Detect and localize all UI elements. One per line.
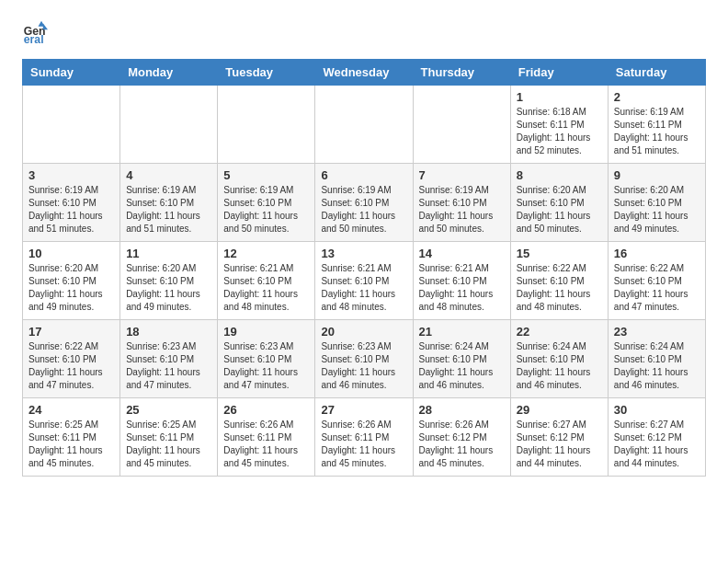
day-info: Sunrise: 6:18 AM Sunset: 6:11 PM Dayligh… bbox=[517, 106, 602, 157]
day-number: 28 bbox=[419, 403, 505, 417]
day-cell-24: 24Sunrise: 6:25 AM Sunset: 6:11 PM Dayli… bbox=[23, 398, 120, 477]
day-cell-30: 30Sunrise: 6:27 AM Sunset: 6:12 PM Dayli… bbox=[608, 398, 705, 477]
day-info: Sunrise: 6:25 AM Sunset: 6:11 PM Dayligh… bbox=[126, 419, 211, 470]
day-cell-23: 23Sunrise: 6:24 AM Sunset: 6:10 PM Dayli… bbox=[608, 320, 705, 398]
day-info: Sunrise: 6:20 AM Sunset: 6:10 PM Dayligh… bbox=[28, 262, 114, 314]
day-number: 23 bbox=[614, 325, 700, 339]
day-cell-7: 7Sunrise: 6:19 AM Sunset: 6:10 PM Daylig… bbox=[413, 164, 510, 242]
day-info: Sunrise: 6:20 AM Sunset: 6:10 PM Dayligh… bbox=[614, 184, 700, 236]
day-cell-12: 12Sunrise: 6:21 AM Sunset: 6:10 PM Dayli… bbox=[218, 242, 315, 320]
day-cell-17: 17Sunrise: 6:22 AM Sunset: 6:10 PM Dayli… bbox=[23, 320, 120, 398]
day-cell-1: 1Sunrise: 6:18 AM Sunset: 6:11 PM Daylig… bbox=[510, 86, 608, 164]
day-cell-22: 22Sunrise: 6:24 AM Sunset: 6:10 PM Dayli… bbox=[510, 320, 608, 398]
header: Gen eral bbox=[22, 18, 706, 44]
day-info: Sunrise: 6:25 AM Sunset: 6:11 PM Dayligh… bbox=[28, 419, 114, 470]
logo-icon: Gen eral bbox=[22, 18, 48, 44]
day-number: 26 bbox=[223, 403, 309, 417]
day-number: 14 bbox=[419, 247, 505, 260]
weekday-header-wednesday: Wednesday bbox=[315, 60, 413, 86]
calendar-header: SundayMondayTuesdayWednesdayThursdayFrid… bbox=[23, 60, 706, 86]
day-cell-27: 27Sunrise: 6:26 AM Sunset: 6:11 PM Dayli… bbox=[315, 398, 413, 477]
day-info: Sunrise: 6:19 AM Sunset: 6:10 PM Dayligh… bbox=[28, 184, 114, 236]
day-cell-19: 19Sunrise: 6:23 AM Sunset: 6:10 PM Dayli… bbox=[218, 320, 315, 398]
day-number: 4 bbox=[126, 168, 211, 182]
day-info: Sunrise: 6:27 AM Sunset: 6:12 PM Dayligh… bbox=[517, 419, 602, 470]
day-info: Sunrise: 6:20 AM Sunset: 6:10 PM Dayligh… bbox=[517, 184, 602, 236]
empty-cell bbox=[23, 86, 120, 164]
day-info: Sunrise: 6:24 AM Sunset: 6:10 PM Dayligh… bbox=[614, 340, 700, 392]
day-number: 2 bbox=[614, 90, 700, 104]
day-info: Sunrise: 6:22 AM Sunset: 6:10 PM Dayligh… bbox=[614, 262, 700, 314]
day-info: Sunrise: 6:22 AM Sunset: 6:10 PM Dayligh… bbox=[517, 262, 602, 314]
empty-cell bbox=[315, 86, 413, 164]
day-cell-25: 25Sunrise: 6:25 AM Sunset: 6:11 PM Dayli… bbox=[120, 398, 218, 477]
day-info: Sunrise: 6:24 AM Sunset: 6:10 PM Dayligh… bbox=[419, 340, 505, 392]
calendar-body: 1Sunrise: 6:18 AM Sunset: 6:11 PM Daylig… bbox=[23, 86, 706, 477]
day-number: 24 bbox=[28, 403, 114, 417]
day-info: Sunrise: 6:19 AM Sunset: 6:11 PM Dayligh… bbox=[614, 106, 700, 157]
day-number: 25 bbox=[126, 403, 211, 417]
day-cell-16: 16Sunrise: 6:22 AM Sunset: 6:10 PM Dayli… bbox=[608, 242, 705, 320]
day-info: Sunrise: 6:19 AM Sunset: 6:10 PM Dayligh… bbox=[321, 184, 406, 236]
day-number: 16 bbox=[614, 247, 700, 260]
day-number: 30 bbox=[614, 403, 700, 417]
day-number: 3 bbox=[28, 168, 114, 182]
day-info: Sunrise: 6:23 AM Sunset: 6:10 PM Dayligh… bbox=[223, 340, 309, 392]
weekday-header-thursday: Thursday bbox=[413, 60, 510, 86]
day-info: Sunrise: 6:23 AM Sunset: 6:10 PM Dayligh… bbox=[321, 340, 406, 392]
day-number: 27 bbox=[321, 403, 406, 417]
svg-text:eral: eral bbox=[24, 33, 44, 44]
day-cell-20: 20Sunrise: 6:23 AM Sunset: 6:10 PM Dayli… bbox=[315, 320, 413, 398]
weekday-header-sunday: Sunday bbox=[23, 60, 120, 86]
day-cell-13: 13Sunrise: 6:21 AM Sunset: 6:10 PM Dayli… bbox=[315, 242, 413, 320]
day-cell-18: 18Sunrise: 6:23 AM Sunset: 6:10 PM Dayli… bbox=[120, 320, 218, 398]
calendar: SundayMondayTuesdayWednesdayThursdayFrid… bbox=[22, 59, 706, 477]
weekday-header-saturday: Saturday bbox=[608, 60, 705, 86]
weekday-header-friday: Friday bbox=[510, 60, 608, 86]
day-number: 15 bbox=[517, 247, 602, 260]
day-info: Sunrise: 6:21 AM Sunset: 6:10 PM Dayligh… bbox=[419, 262, 505, 314]
day-cell-29: 29Sunrise: 6:27 AM Sunset: 6:12 PM Dayli… bbox=[510, 398, 608, 477]
day-number: 13 bbox=[321, 247, 406, 260]
day-info: Sunrise: 6:19 AM Sunset: 6:10 PM Dayligh… bbox=[126, 184, 211, 236]
day-number: 9 bbox=[614, 168, 700, 182]
day-cell-4: 4Sunrise: 6:19 AM Sunset: 6:10 PM Daylig… bbox=[120, 164, 218, 242]
day-info: Sunrise: 6:27 AM Sunset: 6:12 PM Dayligh… bbox=[614, 419, 700, 470]
day-info: Sunrise: 6:21 AM Sunset: 6:10 PM Dayligh… bbox=[321, 262, 406, 314]
day-number: 10 bbox=[28, 247, 114, 260]
day-info: Sunrise: 6:23 AM Sunset: 6:10 PM Dayligh… bbox=[126, 340, 211, 392]
day-info: Sunrise: 6:26 AM Sunset: 6:12 PM Dayligh… bbox=[419, 419, 505, 470]
day-info: Sunrise: 6:22 AM Sunset: 6:10 PM Dayligh… bbox=[28, 340, 114, 392]
day-cell-26: 26Sunrise: 6:26 AM Sunset: 6:11 PM Dayli… bbox=[218, 398, 315, 477]
day-number: 22 bbox=[517, 325, 602, 339]
day-number: 29 bbox=[517, 403, 602, 417]
empty-cell bbox=[218, 86, 315, 164]
day-info: Sunrise: 6:19 AM Sunset: 6:10 PM Dayligh… bbox=[419, 184, 505, 236]
week-row-1: 1Sunrise: 6:18 AM Sunset: 6:11 PM Daylig… bbox=[23, 86, 706, 164]
day-number: 17 bbox=[28, 325, 114, 339]
day-cell-3: 3Sunrise: 6:19 AM Sunset: 6:10 PM Daylig… bbox=[23, 164, 120, 242]
day-cell-11: 11Sunrise: 6:20 AM Sunset: 6:10 PM Dayli… bbox=[120, 242, 218, 320]
logo: Gen eral bbox=[22, 18, 51, 44]
day-cell-28: 28Sunrise: 6:26 AM Sunset: 6:12 PM Dayli… bbox=[413, 398, 510, 477]
day-cell-8: 8Sunrise: 6:20 AM Sunset: 6:10 PM Daylig… bbox=[510, 164, 608, 242]
day-cell-9: 9Sunrise: 6:20 AM Sunset: 6:10 PM Daylig… bbox=[608, 164, 705, 242]
week-row-4: 17Sunrise: 6:22 AM Sunset: 6:10 PM Dayli… bbox=[23, 320, 706, 398]
day-number: 21 bbox=[419, 325, 505, 339]
day-info: Sunrise: 6:24 AM Sunset: 6:10 PM Dayligh… bbox=[517, 340, 602, 392]
day-cell-14: 14Sunrise: 6:21 AM Sunset: 6:10 PM Dayli… bbox=[413, 242, 510, 320]
day-cell-6: 6Sunrise: 6:19 AM Sunset: 6:10 PM Daylig… bbox=[315, 164, 413, 242]
day-cell-15: 15Sunrise: 6:22 AM Sunset: 6:10 PM Dayli… bbox=[510, 242, 608, 320]
day-number: 5 bbox=[223, 168, 309, 182]
week-row-2: 3Sunrise: 6:19 AM Sunset: 6:10 PM Daylig… bbox=[23, 164, 706, 242]
day-cell-10: 10Sunrise: 6:20 AM Sunset: 6:10 PM Dayli… bbox=[23, 242, 120, 320]
empty-cell bbox=[413, 86, 510, 164]
day-number: 6 bbox=[321, 168, 406, 182]
week-row-5: 24Sunrise: 6:25 AM Sunset: 6:11 PM Dayli… bbox=[23, 398, 706, 477]
day-number: 18 bbox=[126, 325, 211, 339]
day-number: 12 bbox=[223, 247, 309, 260]
day-info: Sunrise: 6:19 AM Sunset: 6:10 PM Dayligh… bbox=[223, 184, 309, 236]
day-info: Sunrise: 6:21 AM Sunset: 6:10 PM Dayligh… bbox=[223, 262, 309, 314]
day-cell-2: 2Sunrise: 6:19 AM Sunset: 6:11 PM Daylig… bbox=[608, 86, 705, 164]
page: Gen eral SundayMondayTuesdayWednesdayThu… bbox=[0, 0, 728, 491]
